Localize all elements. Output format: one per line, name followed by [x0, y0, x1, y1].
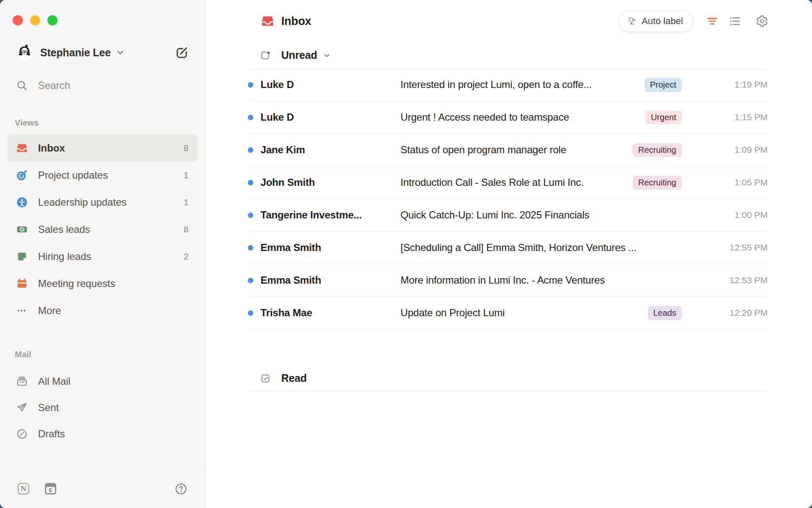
item-count: 1 — [184, 197, 189, 207]
inbox-icon — [261, 14, 274, 28]
email-time: 12:53 PM — [682, 275, 768, 285]
more-icon — [16, 305, 28, 317]
sidebar-item-meeting-requests[interactable]: Meeting requests — [8, 270, 198, 297]
list-view-icon[interactable] — [729, 15, 741, 28]
settings-gear-icon[interactable] — [756, 15, 768, 28]
unread-dot — [248, 213, 253, 218]
email-subject: Update on Project Lumi — [401, 307, 641, 319]
email-row[interactable]: Jane Kim Status of open program manager … — [248, 134, 768, 166]
email-sender: Emma Smith — [261, 274, 401, 286]
help-icon[interactable] — [174, 482, 188, 496]
email-row[interactable]: Emma Smith More information in Lumi Inc.… — [248, 264, 768, 297]
email-subject: Quick Catch-Up: Lumi Inc. 2025 Financial… — [401, 209, 675, 221]
email-tag: Leads — [648, 306, 682, 320]
sidebar-item-inbox[interactable]: Inbox 8 — [8, 135, 198, 162]
email-subject: Introduction Call - Sales Role at Lumi I… — [401, 177, 626, 188]
unread-dot — [248, 310, 253, 316]
email-sender: Luke D — [261, 111, 401, 123]
item-count: 2 — [184, 251, 189, 262]
search-icon — [16, 80, 28, 91]
sidebar-item-hiring-leads[interactable]: Hiring leads 2 — [8, 243, 198, 270]
email-row[interactable]: Tangerine Investme... Quick Catch-Up: Lu… — [248, 199, 768, 232]
unread-dot — [248, 245, 253, 251]
app-window: Stephanie Lee Search Views Inbox 8 Proje… — [0, 0, 812, 508]
item-count: 8 — [184, 143, 189, 153]
auto-label-wand-icon — [626, 16, 637, 27]
email-tag: Recruiting — [633, 143, 682, 157]
close-button[interactable] — [13, 15, 23, 25]
read-checkbox-icon — [260, 373, 271, 384]
email-list: Luke D Interested in project Lumi, open … — [248, 69, 768, 329]
email-sender: Jane Kim — [261, 144, 401, 156]
filter-icon[interactable] — [706, 15, 719, 28]
email-sender: John Smith — [261, 177, 401, 188]
email-subject: [Scheduling a Call] Emma Smith, Horizon … — [401, 242, 675, 254]
sidebar-item-all-mail[interactable]: All Mail — [8, 368, 198, 395]
email-time: 12:20 PM — [682, 308, 768, 318]
main-panel: Inbox Auto label Unread Luke D Intereste… — [206, 0, 812, 508]
email-time: 1:09 PM — [682, 145, 768, 155]
item-count: 8 — [184, 224, 189, 235]
chevron-down-icon — [322, 51, 332, 60]
unread-dot — [248, 115, 253, 120]
zoom-button[interactable] — [47, 15, 58, 25]
calendar-app-icon[interactable]: 6 — [45, 483, 56, 494]
email-row[interactable]: Emma Smith [Scheduling a Call] Emma Smit… — [248, 232, 768, 264]
banknote-icon — [16, 224, 28, 235]
auto-label-text: Auto label — [642, 16, 683, 27]
email-sender: Tangerine Investme... — [261, 209, 401, 221]
calendar-icon — [16, 278, 28, 290]
person-icon — [16, 196, 28, 208]
unread-section-header[interactable]: Unread — [248, 42, 768, 69]
email-row[interactable]: Luke D Urgent ! Access needed to teamspa… — [248, 101, 768, 134]
chevron-down-icon[interactable] — [115, 47, 125, 58]
read-section-header[interactable]: Read — [248, 366, 768, 391]
item-count: 1 — [184, 170, 189, 180]
email-time: 1:00 PM — [682, 210, 768, 220]
email-time: 1:15 PM — [682, 112, 768, 122]
search-button[interactable]: Search — [0, 78, 206, 93]
email-sender: Trisha Mae — [261, 307, 401, 319]
email-subject: More information in Lumi Inc. - Acme Ven… — [401, 274, 675, 286]
email-row[interactable]: Luke D Interested in project Lumi, open … — [248, 69, 768, 101]
unread-icon — [260, 50, 271, 61]
note-icon — [16, 251, 28, 262]
email-tag: Recruiting — [633, 176, 682, 190]
unread-dot — [248, 180, 253, 185]
sidebar-item-sent[interactable]: Sent — [8, 395, 198, 421]
unread-dot — [248, 147, 253, 153]
sidebar-list-views: Inbox 8 Project updates 1 Leadership upd… — [0, 135, 206, 324]
email-subject: Interested in project Lumi, open to a co… — [401, 79, 638, 91]
notion-logo-icon[interactable]: N — [18, 483, 29, 494]
unread-dot — [248, 82, 253, 88]
email-row[interactable]: John Smith Introduction Call - Sales Rol… — [248, 166, 768, 199]
search-label: Search — [38, 80, 70, 91]
email-sender: Emma Smith — [261, 242, 401, 254]
unread-label: Unread — [281, 49, 317, 61]
all-mail-icon — [16, 375, 28, 387]
minimize-button[interactable] — [30, 15, 40, 25]
avatar[interactable] — [16, 44, 33, 61]
email-time: 1:05 PM — [682, 177, 768, 188]
sidebar-item-leadership-updates[interactable]: Leadership updates 1 — [8, 189, 198, 216]
email-tag: Project — [645, 78, 682, 92]
email-row[interactable]: Trisha Mae Update on Project Lumi Leads … — [248, 297, 768, 329]
profile-row: Stephanie Lee — [0, 43, 206, 62]
sidebar-item-sales-leads[interactable]: Sales leads 8 — [8, 216, 198, 243]
email-subject: Status of open program manager role — [401, 144, 626, 156]
section-label-views: Views — [0, 118, 206, 128]
auto-label-button[interactable]: Auto label — [619, 10, 693, 32]
send-icon — [16, 402, 28, 414]
window-controls — [0, 15, 206, 25]
main-header: Inbox Auto label — [206, 0, 812, 42]
user-name[interactable]: Stephanie Lee — [40, 47, 111, 59]
sidebar-item-drafts[interactable]: Drafts — [8, 421, 198, 447]
email-subject: Urgent ! Access needed to teamspace — [401, 111, 639, 123]
compose-button[interactable] — [175, 45, 189, 60]
sidebar-item-project-updates[interactable]: Project updates 1 — [8, 162, 198, 189]
sidebar-footer: N 6 — [0, 469, 206, 508]
draft-icon — [16, 428, 28, 440]
sidebar-item-more[interactable]: More — [8, 297, 198, 324]
unread-dot — [248, 278, 253, 283]
email-tag: Urgent — [645, 110, 682, 124]
